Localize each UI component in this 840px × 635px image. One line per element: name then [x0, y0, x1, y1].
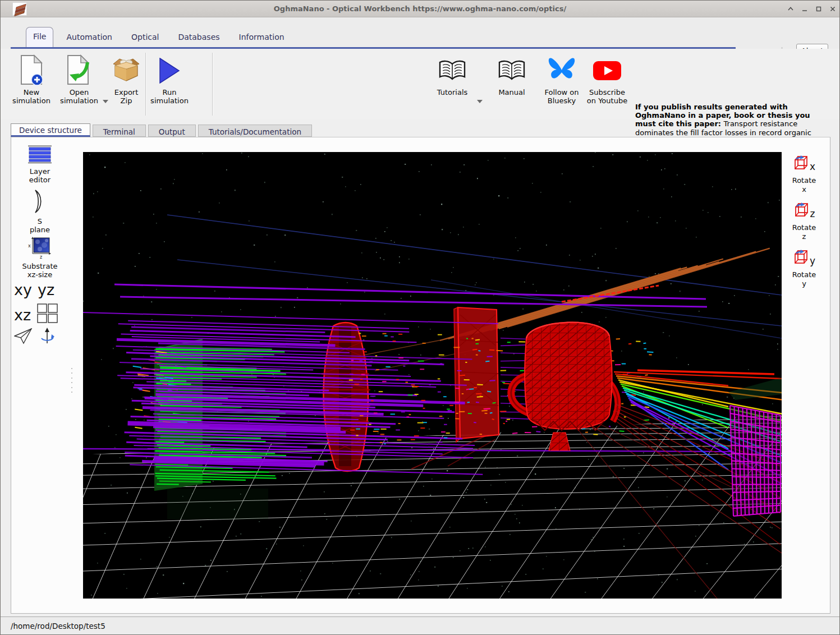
axis-letter: x	[810, 161, 815, 172]
paper-plane-icon	[14, 328, 33, 344]
play-icon	[159, 53, 180, 88]
rotate-cube-icon	[793, 201, 811, 219]
tutorials-label: Tutorials	[437, 88, 468, 96]
open-simulation-label: Open simulation	[60, 88, 98, 105]
rotate-z-button[interactable]: z Rotate z	[785, 201, 823, 241]
quad-view-grid-icon	[36, 303, 59, 324]
axis-letter: y	[810, 255, 815, 266]
tutorials-dropdown-icon[interactable]	[477, 95, 483, 105]
rotate-y-button[interactable]: y Rotate y	[785, 249, 823, 288]
current-path: /home/rod/Desktop/test5	[11, 622, 105, 631]
rotate-cube-icon	[793, 154, 811, 172]
s-plane-icon	[30, 189, 49, 214]
bluesky-label: Follow on Bluesky	[544, 88, 579, 105]
rotate-x-button[interactable]: x Rotate x	[785, 154, 823, 194]
view-xy-button[interactable]: xy	[14, 281, 32, 298]
menu-tab-information[interactable]: Information	[229, 27, 294, 48]
menu-tab-optical[interactable]: Optical	[122, 27, 168, 48]
youtube-icon	[593, 53, 622, 88]
view-xz-button[interactable]: xz	[14, 306, 31, 324]
rotate-axis-icon	[39, 328, 56, 344]
menu-tab-automation[interactable]: Automation	[57, 27, 122, 48]
menu-tab-databases[interactable]: Databases	[168, 27, 229, 48]
manual-label: Manual	[498, 88, 525, 96]
axis-letter: z	[810, 208, 815, 219]
menu-bar: File Automation Optical Databases Inform…	[1, 18, 839, 49]
substrate-image-icon: x z	[27, 236, 52, 259]
layer-editor-label: Layer editor	[29, 167, 51, 184]
fly-camera-button[interactable]	[14, 328, 33, 347]
youtube-button[interactable]: Subscribe on Youtube	[583, 53, 631, 116]
export-zip-button[interactable]: Export Zip	[102, 53, 150, 116]
minimize-window-icon[interactable]	[800, 4, 810, 13]
view-yz-button[interactable]: yz	[38, 281, 54, 298]
package-box-icon	[111, 53, 142, 88]
document-tab-bar: Device structure Terminal Output Tutoria…	[11, 123, 314, 137]
manual-button[interactable]: Manual	[488, 53, 536, 116]
substrate-xz-size-button[interactable]: x z Substrate xz-size	[8, 236, 71, 279]
app-window: OghmaNano - Optical Workbench https://ww…	[0, 0, 840, 635]
open-book-icon	[497, 53, 526, 88]
tab-tutorials-documentation[interactable]: Tutorials/Documentation	[198, 125, 312, 137]
svg-text:x: x	[28, 243, 31, 249]
toolbar: New simulation Open simulation	[1, 49, 839, 119]
rotate-y-label: Rotate y	[792, 270, 816, 288]
status-bar: /home/rod/Desktop/test5	[1, 616, 839, 635]
open-document-icon	[65, 53, 93, 88]
toolbar-separator	[212, 53, 213, 116]
s-plane-label: S plane	[30, 217, 50, 234]
open-book-icon	[438, 53, 467, 88]
rotate-z-label: Rotate z	[792, 223, 816, 241]
layer-editor-button[interactable]: Layer editor	[8, 145, 71, 184]
substrate-xz-size-label: Substrate xz-size	[22, 262, 57, 279]
quad-view-button[interactable]	[36, 303, 59, 326]
close-window-icon[interactable]	[828, 4, 838, 13]
run-simulation-button[interactable]: Run simulation	[145, 53, 194, 116]
maximize-window-icon[interactable]	[814, 4, 824, 13]
run-simulation-label: Run simulation	[150, 88, 189, 105]
layers-icon	[27, 145, 52, 164]
menu-tab-file[interactable]: File	[26, 27, 53, 48]
title-bar: OghmaNano - Optical Workbench https://ww…	[1, 1, 839, 17]
tutorials-button[interactable]: Tutorials	[428, 53, 476, 116]
new-simulation-label: New simulation	[12, 88, 51, 105]
rotate-x-label: Rotate x	[792, 176, 816, 194]
window-title: OghmaNano - Optical Workbench https://ww…	[1, 4, 839, 13]
splitter-handle[interactable]	[70, 368, 74, 393]
shade-window-icon[interactable]	[786, 4, 796, 13]
tab-output[interactable]: Output	[148, 125, 196, 137]
new-simulation-button[interactable]: New simulation	[7, 53, 56, 116]
open-simulation-button[interactable]: Open simulation	[55, 53, 103, 116]
s-plane-button[interactable]: S plane	[8, 189, 71, 234]
svg-text:z: z	[40, 255, 42, 259]
tab-device-structure[interactable]: Device structure	[11, 123, 90, 137]
tab-terminal[interactable]: Terminal	[93, 125, 146, 137]
bluesky-button[interactable]: Follow on Bluesky	[538, 53, 586, 116]
youtube-label: Subscribe on Youtube	[587, 88, 627, 105]
rotate-cube-icon	[793, 249, 811, 266]
3d-viewport[interactable]	[83, 152, 782, 599]
export-zip-label: Export Zip	[114, 88, 139, 105]
bluesky-butterfly-icon	[546, 53, 577, 88]
orbit-camera-button[interactable]	[39, 328, 56, 347]
new-document-icon	[19, 53, 44, 88]
